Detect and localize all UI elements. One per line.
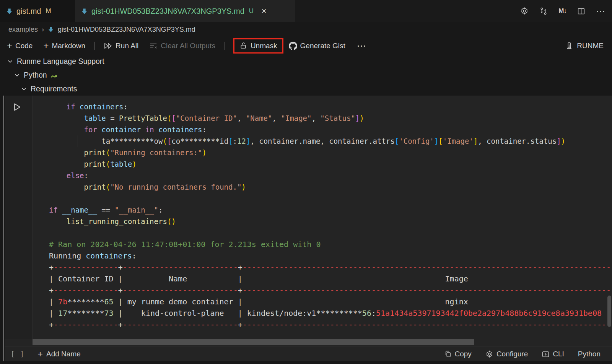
- execution-order-indicator: [ ]: [11, 350, 25, 358]
- tab-label: gist.md: [16, 7, 41, 16]
- cli-button[interactable]: CLI: [542, 350, 564, 358]
- markdown-file-icon: [6, 8, 13, 15]
- cell-focus-bar: [3, 96, 4, 361]
- code-line: if __name__ == "__main__":: [49, 204, 612, 216]
- output-line: | Container ID | Name | Image |: [49, 273, 612, 284]
- copy-icon: [444, 350, 452, 358]
- add-markdown-cell-button[interactable]: + Markdown: [43, 41, 85, 50]
- toolbar-separator: [94, 42, 95, 50]
- split-editor-icon[interactable]: [577, 7, 585, 15]
- output-line: # Ran on 2024-04-26 11:47:08+01:00 for 2…: [49, 239, 612, 250]
- unmask-button[interactable]: Unmask: [233, 38, 283, 54]
- runme-label: RUNME: [577, 42, 604, 50]
- markdown-file-icon: [81, 8, 88, 15]
- code-line: list_running_containers(): [49, 216, 612, 227]
- code-line: [49, 193, 612, 204]
- git-modified-badge: M: [46, 7, 51, 15]
- language-label: Python: [578, 350, 601, 358]
- run-cell-button[interactable]: [12, 102, 22, 112]
- markdown-file-icon: [48, 26, 54, 32]
- run-all-button[interactable]: Run All: [103, 41, 138, 50]
- code-line: for container in containers:: [49, 124, 612, 135]
- toolbar-separator: [225, 42, 225, 50]
- outline-label: Runme Language Support: [17, 57, 104, 66]
- outline-python[interactable]: Python: [14, 68, 59, 82]
- cell-lines[interactable]: if containers: table = PrettyTable(["Con…: [49, 101, 612, 330]
- unlock-icon: [239, 42, 247, 50]
- code-line: ta**********ow([co*********id[:12], cont…: [49, 135, 612, 147]
- outline-runme-language-support[interactable]: Runme Language Support: [7, 54, 104, 68]
- compare-changes-icon[interactable]: [539, 7, 548, 15]
- plus-icon: +: [43, 41, 49, 50]
- add-markdown-label: Markdown: [52, 42, 85, 50]
- generate-gist-label: Generate Gist: [300, 42, 345, 50]
- code-line: [49, 227, 612, 239]
- tab-bar: gist.md M gist-01HWD053BZ23JN6VA7X3NGP3Y…: [0, 0, 612, 22]
- cell-status-actions: Copy Configure CLI Python: [444, 350, 612, 358]
- clear-outputs-label: Clear All Outputs: [161, 42, 215, 50]
- plus-icon: +: [7, 41, 12, 50]
- generate-gist-button[interactable]: Generate Gist: [289, 42, 345, 50]
- more-actions-icon[interactable]: ⋯: [596, 6, 605, 16]
- output-line: +--------------+------------------------…: [49, 284, 612, 296]
- git-untracked-badge: U: [249, 7, 254, 15]
- cell-gutter: [5, 96, 33, 339]
- add-code-label: Code: [15, 42, 33, 50]
- chevron-down-icon: [21, 86, 27, 92]
- output-line: | 17********73 | kind-control-plane | ki…: [49, 307, 612, 319]
- horizontal-scrollbar[interactable]: [33, 339, 474, 345]
- markdown-preview-icon[interactable]: M↓: [558, 7, 566, 15]
- chevron-down-icon: [7, 58, 13, 65]
- runme-logo-icon: [565, 42, 573, 50]
- code-line: if containers:: [49, 101, 612, 112]
- code-line: print("No running containers found."): [49, 181, 612, 193]
- add-name-button[interactable]: + Add Name: [37, 349, 81, 359]
- run-all-icon: [103, 41, 112, 50]
- output-line: | 7b********65 | my_runme_demo_container…: [49, 296, 612, 307]
- outline-label: Python: [24, 71, 47, 80]
- unmask-label: Unmask: [251, 42, 277, 50]
- editor-actions: M↓ ⋯: [520, 0, 605, 22]
- github-icon: [289, 42, 297, 50]
- code-line: else:: [49, 170, 612, 181]
- configure-button[interactable]: Configure: [485, 350, 528, 358]
- clear-all-outputs-button[interactable]: Clear All Outputs: [149, 42, 215, 50]
- vertical-scrollbar[interactable]: [607, 296, 611, 327]
- add-code-cell-button[interactable]: + Code: [7, 41, 33, 50]
- gear-icon[interactable]: [520, 7, 529, 15]
- notebook-toolbar: + Code + Markdown Run All Clear All Outp…: [0, 37, 612, 55]
- chevron-down-icon: [14, 72, 20, 78]
- close-icon[interactable]: ✕: [261, 7, 267, 15]
- output-line: Running containers:: [49, 250, 612, 262]
- tab-gist-md[interactable]: gist.md M: [0, 0, 75, 22]
- copy-label: Copy: [455, 350, 472, 358]
- plus-icon: +: [37, 349, 43, 359]
- clear-outputs-icon: [149, 42, 158, 50]
- run-all-label: Run All: [116, 42, 138, 50]
- gear-icon: [485, 350, 493, 358]
- configure-label: Configure: [496, 350, 528, 358]
- cli-icon: [542, 350, 550, 358]
- breadcrumb-file[interactable]: gist-01HWD053BZ23JN6VA7X3NGP3YS.md: [58, 26, 195, 34]
- breadcrumb-separator: ›: [42, 26, 44, 34]
- breadcrumb: examples › gist-01HWD053BZ23JN6VA7X3NGP3…: [8, 22, 195, 37]
- snake-icon: [50, 71, 59, 79]
- output-line: +--------------+------------------------…: [49, 319, 612, 330]
- cell-status-bar: [ ] + Add Name Copy Configure: [5, 346, 612, 361]
- copy-button[interactable]: Copy: [444, 350, 472, 358]
- code-line: print(table): [49, 158, 612, 170]
- notebook-cell: if containers: table = PrettyTable(["Con…: [5, 96, 612, 361]
- code-line: print("Running containers:"): [49, 147, 612, 158]
- tab-label: gist-01HWD053BZ23JN6VA7X3NGP3YS.md: [91, 7, 244, 16]
- runme-brand: RUNME: [565, 42, 604, 50]
- output-line: +--------------+------------------------…: [49, 262, 612, 273]
- language-indicator[interactable]: Python: [578, 350, 601, 358]
- outline-requirements[interactable]: Requirements: [21, 82, 77, 96]
- breadcrumb-folder[interactable]: examples: [8, 26, 38, 34]
- toolbar-more-icon[interactable]: ⋯: [357, 41, 366, 50]
- add-name-label: Add Name: [46, 350, 81, 358]
- code-line: table = PrettyTable(["Container ID", "Na…: [49, 112, 612, 124]
- tab-gist-01hwd-md[interactable]: gist-01HWD053BZ23JN6VA7X3NGP3YS.md U ✕: [75, 0, 295, 22]
- cli-label: CLI: [553, 350, 564, 358]
- outline-label: Requirements: [31, 84, 77, 93]
